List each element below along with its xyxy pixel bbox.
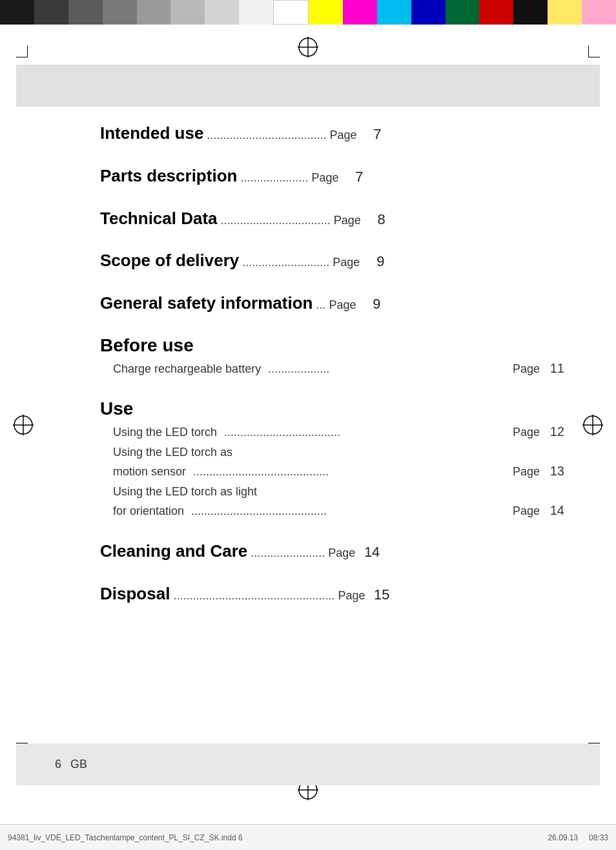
swatch-6 [170,0,205,25]
toc-sub-orientation-line1: Using the LED torch as light [113,483,564,501]
toc-sub-page-label-motion-sensor: Page [513,463,540,481]
toc-page-num-disposal: 15 [370,586,389,605]
trim-mark [588,45,589,57]
toc-dots-scope-of-delivery: ........................... [239,255,333,270]
toc-sub-charge-battery: Charge rechargeable battery ............… [113,358,564,378]
toc-sub-page-num-motion-sensor: 13 [545,461,564,481]
swatch-8 [239,0,273,25]
toc-page-label-parts-description: Page [311,171,338,185]
toc-sub-page-label-orientation: Page [513,503,540,520]
toc-sub-title-led-torch: Using the LED torch [113,424,217,441]
trim-mark [16,57,28,57]
toc-page-label-scope-of-delivery: Page [333,255,360,270]
toc-section-title-use: Use [100,399,564,419]
registration-mark-left [12,413,35,437]
toc-dots-general-safety: ... [313,298,329,313]
toc-page-label-intended-use: Page [329,128,356,143]
toc-sub-dots-led-torch: .................................... [221,424,509,441]
toc-dots-technical-data: .................................. [218,213,334,228]
toc-title-scope-of-delivery: Scope of delivery [100,250,239,272]
toc-sub-title-orientation: for orientation [113,503,184,520]
toc-page-label-disposal: Page [338,588,365,603]
toc-sub-page-num-led-torch: 12 [545,422,564,441]
toc-entry-parts-description: Parts description ..................... … [100,165,564,187]
toc-sub-dots-motion-sensor: ........................................… [190,463,509,481]
footer-language: GB [70,758,87,771]
toc-title-intended-use: Intended use [100,123,203,145]
toc-sub-motion-sensor-line1: Using the LED torch as [113,444,564,461]
bottom-info-bar: 94381_liv_VDE_LED_Taschenlampe_content_P… [0,824,616,850]
toc-page-num-cleaning: 14 [360,543,380,562]
toc-page-num-technical-data: 8 [366,211,385,229]
swatch-4 [103,0,137,25]
swatch-9 [273,0,309,25]
toc-page-label-technical-data: Page [334,213,361,228]
toc-sub-title-motion-sensor: motion sensor [113,463,186,481]
footer-band: 6 GB [16,743,600,785]
registration-mark-right [581,413,604,437]
swatch-light-pink [582,0,616,25]
toc-page-num-scope-of-delivery: 9 [365,253,384,271]
toc-sub-page-label-led-torch: Page [513,424,540,441]
footer-page-num: 6 [55,758,61,771]
toc-title-parts-description: Parts description [100,165,237,187]
swatch-red [479,0,513,25]
toc-sub-page-label-charge-battery: Page [513,360,540,378]
bottom-date: 26.09.13 [548,833,579,842]
swatch-blue [411,0,446,25]
toc-title-technical-data: Technical Data [100,208,218,230]
toc-dots-disposal: ........................................… [170,588,338,603]
trim-mark [27,45,28,57]
toc-entry-technical-data: Technical Data .........................… [100,208,564,230]
toc-sub-orientation: Using the LED torch as light for orienta… [113,483,564,520]
trim-mark [588,57,600,57]
bottom-filename: 94381_liv_VDE_LED_Taschenlampe_content_P… [8,833,243,842]
toc-page-label-cleaning: Page [328,546,355,561]
toc-section-use: Use Using the LED torch ................… [100,399,564,520]
toc-dots-cleaning: ....................... [247,546,328,561]
toc-page-label-general-safety: Page [329,298,356,313]
toc-entry-cleaning: Cleaning and Care ......................… [100,541,564,563]
toc-sub-dots-charge-battery: ................... [265,360,509,378]
toc-title-general-safety: General safety information [100,293,313,315]
toc-section-title-before-use: Before use [100,335,564,356]
bottom-datetime: 26.09.13 08:33 [548,833,608,842]
swatch-cyan [377,0,411,25]
swatch-7 [205,0,239,25]
toc-entry-intended-use: Intended use ...........................… [100,123,564,145]
color-bar [0,0,616,25]
swatch-1 [0,0,34,25]
swatch-light-yellow [548,0,582,25]
swatch-yellow [309,0,343,25]
swatch-green [446,0,480,25]
toc-entry-general-safety: General safety information ... Page 9 [100,293,564,315]
toc-dots-intended-use: ..................................... [203,128,329,143]
toc-sub-dots-orientation: ........................................… [188,503,509,520]
toc-sub-title-charge-battery: Charge rechargeable battery [113,360,261,378]
toc-sub-page-num-charge-battery: 11 [545,358,564,378]
swatch-5 [137,0,171,25]
toc-entry-scope-of-delivery: Scope of delivery ......................… [100,250,564,272]
toc-title-cleaning: Cleaning and Care [100,541,247,563]
toc-page-num-general-safety: 9 [361,295,380,314]
toc-section-before-use: Before use Charge rechargeable battery .… [100,335,564,378]
toc-dots-parts-description: ..................... [237,171,311,185]
toc-sub-orientation-line2: for orientation ........................… [113,501,564,520]
swatch-magenta [343,0,377,25]
toc-sub-led-torch: Using the LED torch ....................… [113,422,564,441]
toc-sub-motion-sensor-line2: motion sensor ..........................… [113,461,564,481]
swatch-black [513,0,548,25]
toc-title-disposal: Disposal [100,583,170,605]
toc-sub-page-num-orientation: 14 [545,501,564,520]
header-band [16,65,600,107]
bottom-time: 08:33 [589,833,608,842]
toc-entry-disposal: Disposal ...............................… [100,583,564,605]
registration-mark-top [296,36,320,59]
toc-sub-motion-sensor: Using the LED torch as motion sensor ...… [113,444,564,481]
toc-page-num-intended-use: 7 [362,125,381,144]
toc-page-num-parts-description: 7 [344,168,363,187]
toc-content: Intended use ...........................… [100,123,564,626]
swatch-2 [34,0,68,25]
swatch-3 [68,0,103,25]
